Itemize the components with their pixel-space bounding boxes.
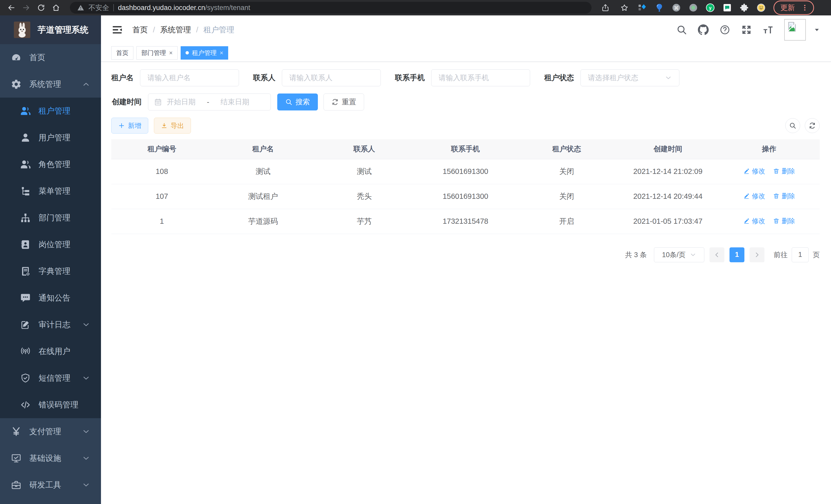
address-bar[interactable]: 不安全 dashboard.yudao.iocoder.cn/system/te… [70, 2, 592, 13]
sidebar-item-字典管理[interactable]: 字典管理 [0, 258, 101, 285]
chevron-down-icon [82, 481, 90, 489]
tab-label: 首页 [116, 49, 128, 57]
sidebar-item-角色管理[interactable]: 角色管理 [0, 151, 101, 178]
table-cell: 1 [111, 209, 212, 234]
ext-record-icon[interactable] [689, 3, 698, 12]
reset-button[interactable]: 重置 [323, 93, 364, 111]
filter-input-联系人[interactable]: 请输入联系人 [282, 69, 381, 86]
column-header-联系人: 联系人 [314, 139, 415, 159]
sidebar-collapse-icon[interactable] [111, 24, 123, 36]
create-time-range-input[interactable]: 开始日期 - 结束日期 [148, 93, 271, 111]
breadcrumb-item-系统管理[interactable]: 系统管理 [160, 25, 191, 35]
search-button[interactable]: 搜索 [277, 93, 318, 111]
sidebar-item-首页[interactable]: 首页 [0, 44, 101, 71]
avatar[interactable] [784, 19, 806, 40]
close-tab-icon[interactable]: × [220, 49, 223, 57]
refresh-table-button[interactable] [805, 118, 820, 133]
svg-text:y: y [709, 5, 712, 10]
sidebar-item-短信管理[interactable]: 短信管理 [0, 365, 101, 391]
sidebar-item-基础设施[interactable]: 基础设施 [0, 445, 101, 472]
sidebar-item-部门管理[interactable]: 部门管理 [0, 205, 101, 231]
sidebar-item-菜单管理[interactable]: 菜单管理 [0, 178, 101, 205]
back-icon[interactable] [6, 2, 17, 13]
chevron-down-icon [82, 374, 90, 382]
reload-icon[interactable] [35, 2, 47, 13]
table-cell: 关闭 [516, 159, 617, 184]
sidebar-item-label: 错误码管理 [38, 399, 78, 410]
chrome-update-button[interactable]: 更新 [773, 1, 814, 15]
add-button[interactable]: 新增 [111, 118, 148, 134]
filter-label: 租户名 [111, 73, 134, 83]
prev-page-button[interactable] [710, 247, 724, 262]
toggle-search-button[interactable] [785, 118, 800, 133]
page-size-select[interactable]: 10条/页 [654, 247, 704, 262]
ext-emoji-icon[interactable] [756, 3, 766, 12]
goto-label: 前往 [774, 250, 787, 260]
sidebar-logo[interactable]: 芋道管理系统 [0, 16, 101, 44]
sidebar-item-系统管理[interactable]: 系统管理 [0, 71, 101, 98]
fullscreen-icon[interactable] [741, 24, 752, 35]
url-text[interactable]: dashboard.yudao.iocoder.cn/system/tenant [118, 4, 250, 12]
bookmark-star-icon[interactable] [619, 2, 630, 13]
search-icon[interactable] [676, 24, 687, 35]
breadcrumb-item-首页[interactable]: 首页 [132, 25, 148, 35]
table-cell: 15601691300 [415, 159, 516, 184]
edit-link[interactable]: 修改 [743, 191, 765, 201]
sidebar-item-用户管理[interactable]: 用户管理 [0, 124, 101, 151]
close-tab-icon[interactable]: × [169, 49, 173, 57]
ext-diamond-icon[interactable] [638, 3, 647, 12]
avatar-caret-down-icon[interactable] [813, 26, 821, 34]
placeholder-text: 请输入联系人 [289, 73, 333, 83]
help-icon[interactable] [719, 24, 730, 35]
sidebar-item-租户管理[interactable]: 租户管理 [0, 98, 101, 124]
ext-yuque-icon[interactable]: y [706, 3, 715, 12]
tab-首页[interactable]: 首页 [111, 46, 133, 60]
plus-icon [118, 122, 125, 129]
security-label[interactable]: 不安全 [88, 3, 109, 12]
filter-input-租户名[interactable]: 请输入租户名 [140, 69, 239, 86]
sidebar-item-审计日志[interactable]: 审计日志 [0, 312, 101, 338]
sidebar-item-支付管理[interactable]: 支付管理 [0, 418, 101, 445]
sidebar-item-label: 岗位管理 [38, 239, 70, 250]
fontsize-icon[interactable] [763, 24, 773, 35]
sidebar-item-通知公告[interactable]: 通知公告 [0, 285, 101, 312]
table-cell: 开启 [516, 209, 617, 234]
ext-command-icon[interactable]: ⌘ [672, 3, 681, 12]
create-time-label: 创建时间 [112, 97, 142, 107]
current-page-button[interactable]: 1 [729, 247, 744, 262]
tenant-status-select[interactable]: 请选择租户状态 [580, 69, 679, 86]
next-page-button[interactable] [749, 247, 765, 262]
tab-租户管理[interactable]: 租户管理× [181, 46, 228, 60]
edit-label: 修改 [752, 167, 765, 176]
ext-balloon-icon[interactable] [655, 3, 664, 12]
share-icon[interactable] [600, 2, 611, 13]
goto-page-input[interactable]: 1 [792, 247, 809, 262]
sidebar-item-在线用户[interactable]: 在线用户 [0, 338, 101, 365]
table-cell: 芋艿 [314, 209, 415, 234]
ext-puzzle-icon[interactable] [740, 3, 749, 12]
sidebar-item-研发工具[interactable]: 研发工具 [0, 472, 101, 498]
menu-tree-icon [20, 186, 31, 197]
delete-link[interactable]: 删除 [773, 167, 795, 176]
sidebar-item-岗位管理[interactable]: 岗位管理 [0, 231, 101, 258]
main-area: 首页/系统管理/租户管理 首页部门管理×租户管理× 租户名请输入租户名联系人请输… [101, 16, 831, 504]
export-button[interactable]: 导出 [154, 118, 191, 134]
ext-chat-icon[interactable] [722, 3, 732, 12]
date-separator: - [200, 98, 216, 106]
sidebar-item-错误码管理[interactable]: 错误码管理 [0, 391, 101, 418]
pagination-goto: 前往 1 页 [774, 247, 820, 262]
refresh-icon [332, 98, 339, 106]
edit-link[interactable]: 修改 [743, 167, 765, 176]
home-icon[interactable] [50, 2, 62, 13]
sidebar-item-label: 菜单管理 [38, 186, 70, 197]
delete-link[interactable]: 删除 [773, 191, 795, 201]
tab-部门管理[interactable]: 部门管理× [137, 46, 177, 60]
edit-link[interactable]: 修改 [743, 216, 765, 226]
edit-pencil-icon [743, 192, 750, 199]
table-cell: 关闭 [516, 184, 617, 209]
filter-label: 联系手机 [395, 73, 425, 83]
filter-input-联系手机[interactable]: 请输入联系手机 [431, 69, 530, 86]
chrome-menu-icon[interactable] [801, 4, 809, 11]
delete-link[interactable]: 删除 [773, 216, 795, 226]
github-icon[interactable] [698, 24, 709, 35]
